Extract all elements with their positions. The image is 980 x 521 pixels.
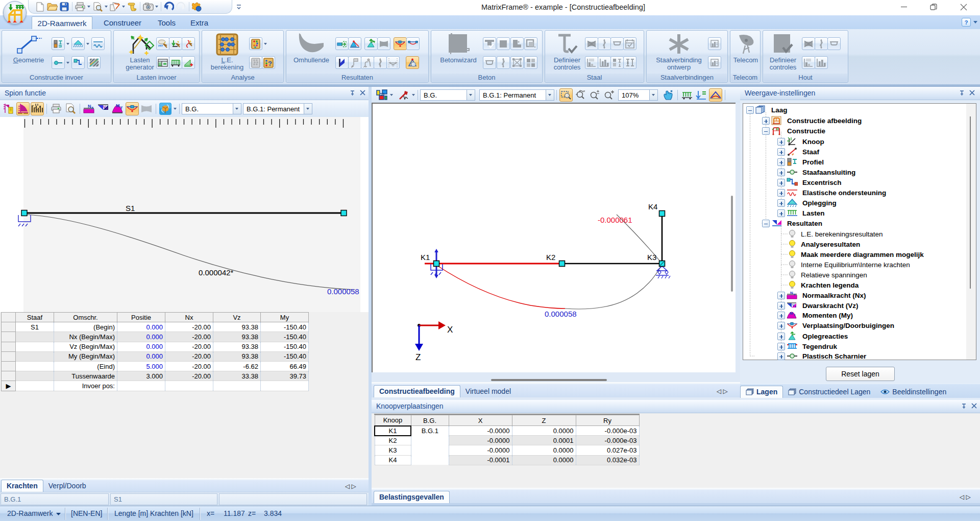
svg-text:z: z	[106, 107, 108, 110]
svg-text:M: M	[116, 103, 120, 108]
svg-text:K3: K3	[647, 253, 656, 262]
svg-text:K2: K2	[546, 253, 555, 262]
svg-text:K4: K4	[648, 202, 657, 211]
svg-text:0.000058: 0.000058	[327, 287, 359, 296]
svg-text:z: z	[795, 305, 796, 308]
svg-text:K1: K1	[421, 253, 430, 262]
svg-text:Z: Z	[415, 352, 421, 362]
svg-text:S1: S1	[126, 204, 135, 212]
svg-text:0.000042*: 0.000042*	[199, 268, 234, 277]
svg-text:X: X	[447, 325, 453, 335]
svg-text:N: N	[790, 291, 793, 295]
svg-text:y: y	[120, 105, 122, 109]
svg-text:-0.000061: -0.000061	[598, 216, 632, 224]
svg-text:N: N	[88, 104, 91, 109]
svg-text:x: x	[91, 106, 93, 109]
svg-text:M: M	[790, 311, 793, 316]
svg-text:?: ?	[268, 60, 272, 67]
svg-text:0.000058: 0.000058	[545, 310, 577, 318]
